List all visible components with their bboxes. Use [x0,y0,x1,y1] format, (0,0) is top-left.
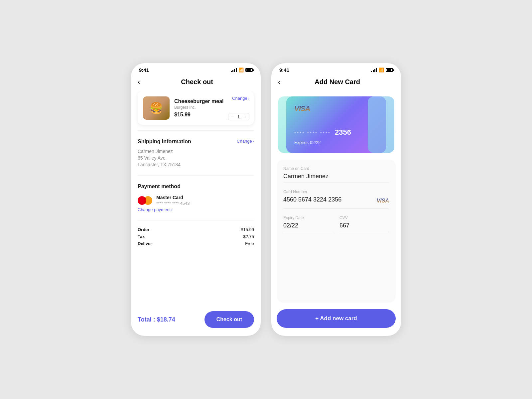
signal-icon-2 [371,68,377,72]
expiry-field: Expiry Date 02/22 [283,215,333,232]
checkout-footer: Total : $18.74 Check out [131,306,261,336]
shipping-change-link[interactable]: Change › [237,139,254,144]
card-expires: Expires 02/22 [294,140,378,145]
status-bar: 9:41 📶 [131,63,261,75]
name-field: Name on Card Carmen Jimenez [283,166,389,183]
order-value: $15.99 [241,227,254,232]
divider-3 [138,220,254,220]
battery-icon [245,68,253,72]
payment-info: Master Card **** **** **** 4543 [156,195,254,206]
battery-icon-2 [386,68,393,72]
add-card-screen: 9:41 📶 ‹ Add New Card [271,63,401,336]
order-card: 🍔 Cheeseburger meal Burgers Inc. $15.99 … [138,91,254,125]
card-preview-right [368,96,394,153]
card-form: Name on Card Carmen Jimenez Card Number … [277,160,396,303]
status-time-2: 9:41 [279,67,289,73]
checkout-screen: 9:41 📶 ‹ Check out [131,63,261,336]
total-label: Total : $18.74 [138,316,175,323]
add-card-button[interactable]: + Add new card [277,309,396,328]
payment-title: Payment method [138,184,254,190]
summary-order-row: Order $15.99 [138,227,254,232]
order-label: Order [138,227,149,232]
card-last4: 2356 [335,128,351,137]
payment-method: Master Card **** **** **** 4543 [138,194,254,207]
summary-deliver-row: Deliver Free [138,241,254,246]
payment-section: Payment method Master Card **** **** ***… [138,178,254,217]
status-icons-2: 📶 [371,67,393,72]
food-image: 🍔 [143,96,170,120]
mastercard-icon [138,196,152,205]
deliver-value: Free [245,241,254,246]
card-number-field: Card Number 4560 5674 3224 2356 VISA [283,190,389,209]
visa-inline-icon: VISA [377,198,389,204]
shipping-name: Carmen Jimenez [138,149,254,154]
tax-value: $2.75 [243,234,254,239]
shipping-city: Lancaster, TX 75134 [138,162,254,167]
wifi-icon-2: 📶 [379,67,384,72]
shipping-section: Change › Shipping Information Carmen Jim… [138,133,254,173]
wifi-icon: 📶 [238,67,244,72]
name-label: Name on Card [283,166,389,171]
food-emoji: 🍔 [150,102,163,114]
add-card-header: ‹ Add New Card [271,75,401,91]
page-header: ‹ Check out [131,75,261,91]
back-button[interactable]: ‹ [138,78,140,86]
add-card-footer: + Add new card [271,303,401,336]
shipping-address: 65 Valley Ave. [138,155,254,161]
order-summary: Order $15.99 Tax $2.75 Deliver Free [138,223,254,252]
card-number-row: 4560 5674 3224 2356 VISA [283,196,389,206]
divider-2 [138,175,254,176]
payment-card-type: Master Card [156,195,254,200]
status-bar-2: 9:41 📶 [271,63,401,75]
checkout-content: 🍔 Cheeseburger meal Burgers Inc. $15.99 … [131,91,261,306]
quantity-decrease-button[interactable]: − [231,114,234,119]
page-title: Check out [140,78,254,86]
payment-card-number: **** **** **** 4543 [156,201,254,206]
cvv-value[interactable]: 667 [339,222,389,232]
quantity-control: − 1 + [228,113,249,120]
card-number-value[interactable]: 4560 5674 3224 2356 [283,196,377,206]
visa-logo-card: VISA [294,104,378,113]
card-stars: **** **** **** [294,131,331,136]
food-restaurant: Burgers Inc. [174,105,249,110]
card-number-label: Card Number [283,190,389,194]
order-change-link[interactable]: Change › [232,96,249,101]
card-carousel: VISA **** **** **** 2356 Expires 02/22 [271,91,401,160]
expiry-value[interactable]: 02/22 [283,222,333,232]
name-value[interactable]: Carmen Jimenez [283,173,389,183]
status-time: 9:41 [139,67,149,73]
expiry-cvv-row: Expiry Date 02/22 CVV 667 [283,215,389,239]
cvv-label: CVV [339,215,389,220]
change-payment-link[interactable]: Change payment › [138,207,254,212]
quantity-value: 1 [236,114,241,119]
deliver-label: Deliver [138,241,152,246]
checkout-button[interactable]: Check out [204,311,254,328]
add-card-content: VISA **** **** **** 2356 Expires 02/22 N… [271,91,401,336]
summary-tax-row: Tax $2.75 [138,234,254,239]
tax-label: Tax [138,234,145,239]
back-button-2[interactable]: ‹ [278,78,280,86]
cvv-field: CVV 667 [339,215,389,232]
status-icons: 📶 [231,67,253,72]
quantity-increase-button[interactable]: + [244,114,246,119]
add-card-title: Add New Card [280,78,394,86]
expiry-label: Expiry Date [283,215,333,220]
divider-1 [138,130,254,131]
signal-icon [231,68,237,72]
